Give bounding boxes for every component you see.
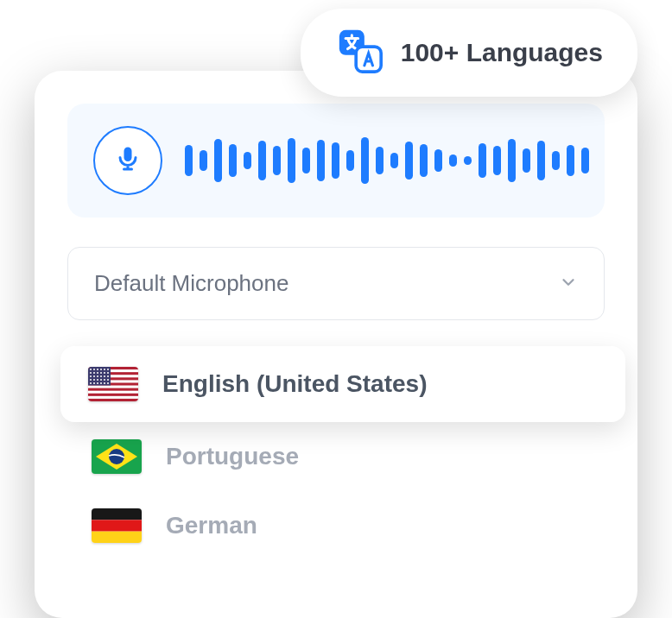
waveform-bar (361, 137, 369, 184)
waveform-bar (405, 142, 413, 180)
waveform-bar (244, 152, 251, 169)
svg-rect-8 (88, 391, 138, 394)
svg-rect-44 (92, 508, 142, 520)
audio-panel (67, 104, 605, 218)
svg-point-30 (93, 379, 95, 381)
svg-point-27 (104, 375, 105, 377)
waveform-bar (464, 156, 472, 165)
svg-point-36 (93, 382, 95, 384)
svg-point-14 (100, 369, 102, 370)
svg-rect-45 (92, 520, 142, 531)
svg-point-13 (97, 369, 98, 370)
svg-rect-9 (88, 396, 138, 399)
svg-point-24 (93, 375, 95, 377)
waveform (185, 137, 589, 184)
de-flag-icon (92, 508, 142, 543)
svg-point-23 (90, 375, 92, 377)
svg-point-32 (100, 379, 102, 381)
microphone-select-label: Default Microphone (94, 270, 288, 297)
microphone-icon (112, 143, 143, 178)
svg-point-19 (97, 372, 98, 374)
svg-point-29 (90, 379, 92, 381)
waveform-bar (420, 144, 428, 177)
waveform-bar (508, 139, 516, 182)
language-name: German (166, 512, 257, 539)
svg-point-21 (104, 372, 105, 374)
waveform-bar (346, 150, 354, 171)
svg-point-33 (104, 379, 105, 381)
chevron-down-icon (559, 273, 578, 295)
waveform-bar (449, 154, 457, 167)
svg-point-22 (107, 372, 109, 374)
waveform-bar (302, 148, 310, 173)
svg-point-11 (90, 369, 92, 370)
language-option[interactable]: Portuguese (67, 422, 605, 491)
language-name: English (United States) (162, 370, 427, 398)
waveform-bar (479, 143, 486, 178)
svg-point-31 (97, 379, 98, 381)
svg-rect-2 (124, 148, 132, 162)
waveform-bar (523, 148, 530, 173)
svg-point-39 (104, 382, 105, 384)
translate-icon (335, 26, 385, 79)
waveform-bar (185, 145, 193, 176)
language-option[interactable]: English (United States) (60, 346, 625, 422)
language-option[interactable]: German (67, 491, 605, 560)
svg-rect-46 (92, 532, 142, 543)
waveform-bar (273, 146, 281, 175)
svg-point-15 (104, 369, 105, 370)
languages-badge-label: 100+ Languages (401, 38, 603, 67)
svg-point-17 (90, 372, 92, 374)
svg-point-20 (100, 372, 102, 374)
waveform-bar (258, 141, 266, 180)
waveform-bar (552, 151, 560, 170)
waveform-bar (376, 147, 384, 174)
languages-badge: 100+ Languages (301, 9, 637, 97)
waveform-bar (537, 141, 545, 180)
waveform-bar (317, 140, 325, 181)
svg-point-35 (90, 382, 92, 384)
waveform-bar (390, 153, 398, 168)
waveform-bar (229, 144, 237, 177)
waveform-bar (581, 148, 589, 173)
language-list: English (United States) Portuguese Germa… (67, 346, 605, 560)
svg-point-25 (97, 375, 98, 377)
waveform-bar (434, 149, 442, 172)
waveform-bar (214, 139, 222, 182)
svg-point-37 (97, 382, 98, 384)
svg-rect-7 (88, 386, 138, 388)
svg-point-12 (93, 369, 95, 370)
svg-point-18 (93, 372, 95, 374)
waveform-bar (288, 138, 295, 183)
language-name: Portuguese (166, 443, 299, 470)
microphone-button[interactable] (93, 126, 162, 195)
svg-point-40 (107, 382, 109, 384)
waveform-bar (332, 142, 339, 179)
main-card: Default Microphone English (United State… (35, 71, 637, 618)
waveform-bar (200, 150, 207, 171)
svg-point-28 (107, 375, 109, 377)
svg-point-26 (100, 375, 102, 377)
microphone-select[interactable]: Default Microphone (67, 247, 605, 320)
waveform-bar (567, 145, 574, 176)
us-flag-icon (88, 367, 138, 401)
svg-point-34 (107, 379, 109, 381)
svg-point-38 (100, 382, 102, 384)
waveform-bar (493, 146, 501, 175)
svg-point-16 (107, 369, 109, 370)
br-flag-icon (92, 439, 142, 474)
